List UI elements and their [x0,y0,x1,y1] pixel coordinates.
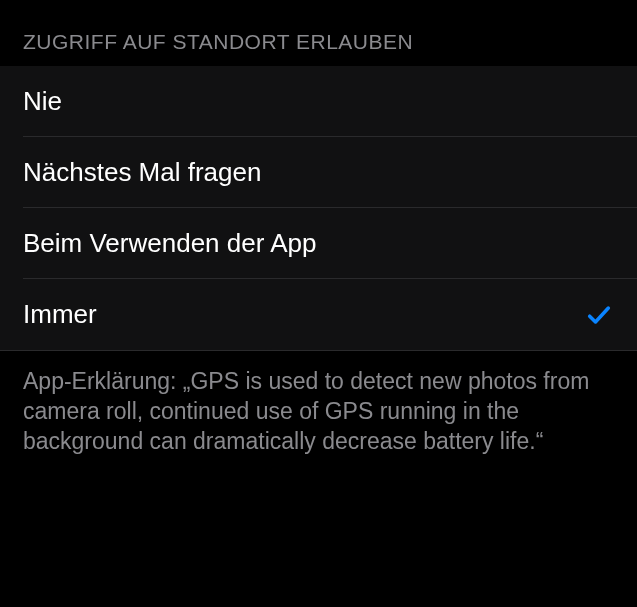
section-header: Zugriff auf Standort erlauben [0,0,637,66]
option-always[interactable]: Immer [0,279,637,350]
option-label: Immer [23,299,97,330]
checkmark-icon [584,300,614,330]
option-label: Nie [23,86,62,117]
option-never[interactable]: Nie [0,66,637,137]
option-while-using-app[interactable]: Beim Verwenden der App [0,208,637,279]
option-label: Nächstes Mal fragen [23,157,261,188]
option-label: Beim Verwenden der App [23,228,316,259]
options-list: Nie Nächstes Mal fragen Beim Verwenden d… [0,66,637,350]
option-ask-next-time[interactable]: Nächstes Mal fragen [0,137,637,208]
app-explanation: App-Erklärung: „GPS is used to detect ne… [0,350,637,473]
